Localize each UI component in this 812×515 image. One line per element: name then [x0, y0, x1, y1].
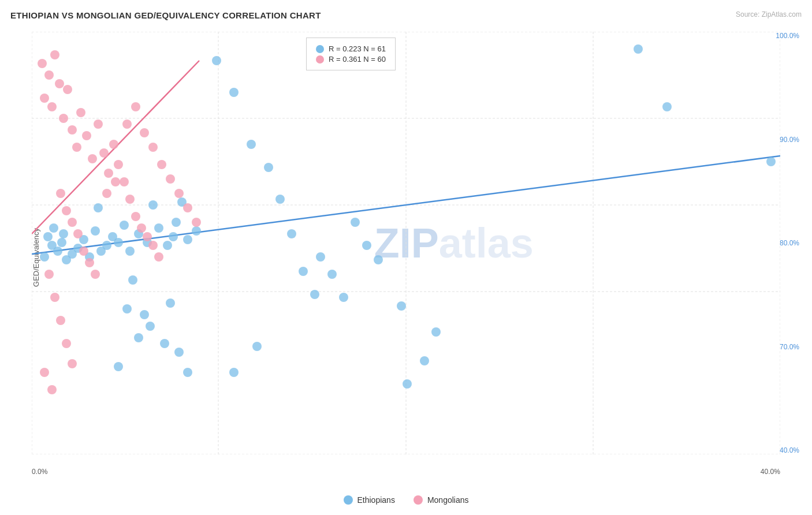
svg-point-73 — [662, 102, 672, 111]
svg-point-18 — [49, 223, 58, 233]
chart-title: ETHIOPIAN VS MONGOLIAN GED/EQUIVALENCY C… — [10, 10, 321, 20]
bottom-label-ethiopians: Ethiopians — [344, 495, 395, 505]
svg-point-30 — [120, 221, 129, 230]
svg-point-26 — [102, 241, 111, 250]
y-label-90: 90.0% — [780, 136, 799, 144]
svg-point-114 — [102, 189, 111, 198]
svg-point-105 — [68, 359, 77, 368]
ethiopians-label: Ethiopians — [357, 495, 395, 505]
svg-point-68 — [397, 301, 406, 311]
svg-point-36 — [163, 241, 172, 250]
svg-point-65 — [114, 362, 123, 371]
svg-point-121 — [166, 174, 175, 184]
bottom-label-mongolians: Mongolians — [414, 495, 469, 505]
x-axis-labels: 0.0% 40.0% — [32, 468, 780, 476]
svg-point-102 — [50, 293, 59, 302]
svg-point-24 — [91, 226, 100, 236]
svg-point-66 — [229, 368, 239, 377]
source-label: Source: ZipAtlas.com — [736, 10, 802, 18]
svg-point-35 — [154, 223, 163, 233]
svg-point-79 — [47, 102, 57, 111]
svg-point-43 — [229, 88, 239, 97]
svg-point-61 — [160, 339, 169, 348]
svg-point-109 — [131, 212, 140, 221]
svg-point-91 — [109, 140, 118, 149]
svg-point-92 — [114, 160, 123, 169]
svg-point-80 — [55, 79, 64, 88]
svg-point-63 — [174, 348, 184, 357]
svg-point-117 — [131, 102, 140, 111]
svg-point-90 — [104, 169, 113, 178]
x-label-0: 0.0% — [32, 468, 47, 476]
svg-point-110 — [137, 223, 146, 233]
svg-point-60 — [146, 322, 155, 331]
svg-point-93 — [120, 177, 129, 186]
svg-point-69 — [431, 327, 441, 337]
svg-point-108 — [125, 195, 135, 204]
svg-point-115 — [111, 177, 120, 186]
ethiopians-dot — [344, 495, 353, 505]
svg-point-88 — [94, 120, 103, 129]
svg-point-51 — [327, 270, 337, 279]
svg-point-77 — [50, 50, 59, 59]
svg-point-12 — [40, 252, 49, 262]
mongolians-dot — [414, 495, 423, 505]
svg-point-116 — [122, 120, 132, 129]
svg-point-55 — [374, 255, 383, 264]
legend-text-pink: R = 0.361 N = 60 — [329, 55, 386, 64]
svg-point-81 — [59, 114, 68, 123]
svg-point-53 — [351, 218, 360, 227]
svg-point-38 — [172, 218, 181, 227]
svg-point-85 — [76, 108, 85, 117]
plot-area: ZIPatlas — [32, 32, 780, 454]
svg-point-120 — [157, 160, 166, 169]
svg-point-96 — [68, 218, 77, 227]
svg-point-76 — [44, 70, 54, 80]
svg-point-111 — [143, 232, 152, 241]
svg-point-82 — [63, 85, 72, 94]
svg-point-58 — [134, 333, 143, 342]
svg-point-56 — [122, 304, 132, 314]
svg-point-107 — [47, 385, 57, 394]
legend-row-blue: R = 0.223 N = 61 — [316, 44, 386, 53]
svg-point-78 — [40, 94, 49, 103]
legend-box: R = 0.223 N = 61 R = 0.361 N = 60 — [306, 38, 396, 70]
svg-point-37 — [169, 232, 178, 241]
svg-point-44 — [247, 140, 256, 149]
svg-point-48 — [299, 267, 308, 276]
svg-point-84 — [72, 143, 81, 152]
svg-point-118 — [140, 128, 149, 137]
svg-point-94 — [56, 189, 65, 198]
svg-point-122 — [174, 189, 184, 198]
y-label-80: 80.0% — [780, 239, 799, 247]
svg-point-104 — [62, 339, 71, 348]
bottom-labels: Ethiopians Mongolians — [0, 495, 812, 505]
svg-point-20 — [59, 229, 68, 238]
svg-point-101 — [44, 270, 54, 279]
svg-point-47 — [287, 229, 296, 238]
svg-point-59 — [140, 310, 149, 319]
svg-point-112 — [148, 241, 158, 250]
x-label-40: 40.0% — [761, 468, 780, 476]
legend-text-blue: R = 0.223 N = 61 — [329, 44, 386, 53]
svg-point-124 — [192, 218, 201, 227]
svg-point-42 — [212, 56, 221, 65]
svg-point-34 — [148, 200, 158, 210]
svg-point-70 — [403, 379, 412, 389]
svg-point-46 — [275, 195, 285, 204]
svg-point-14 — [43, 232, 53, 241]
svg-point-74 — [766, 157, 776, 166]
svg-point-16 — [57, 238, 66, 247]
svg-point-57 — [128, 275, 137, 285]
svg-point-62 — [166, 298, 175, 308]
svg-point-29 — [94, 203, 103, 212]
svg-point-67 — [252, 342, 262, 351]
svg-point-89 — [99, 148, 109, 158]
svg-point-40 — [183, 235, 192, 244]
svg-point-119 — [148, 143, 158, 152]
chart-svg — [32, 32, 780, 454]
svg-point-87 — [88, 154, 97, 163]
svg-point-123 — [183, 203, 192, 212]
legend-dot-pink — [316, 55, 324, 64]
svg-point-15 — [53, 247, 62, 256]
